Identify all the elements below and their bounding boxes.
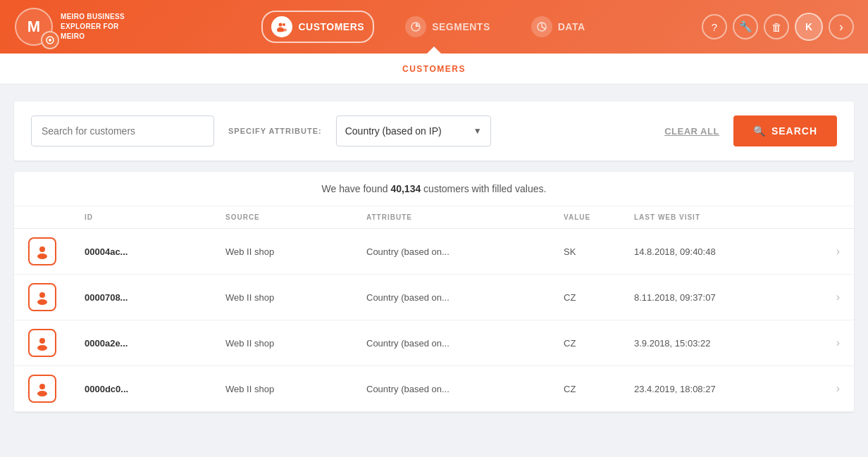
row-chevron-0[interactable]: › [812,245,840,258]
svg-point-5 [282,29,287,32]
nav-label-customers: CUSTOMERS [298,21,364,32]
customer-value-0: SK [564,246,634,257]
results-panel: We have found 40,134 customers with fill… [14,172,854,412]
customer-id-2: 0000a2e... [85,338,225,349]
customer-lastvisit-1: 8.11.2018, 09:37:07 [634,292,812,303]
customer-lastvisit-3: 23.4.2019, 18:08:27 [634,384,812,394]
svg-point-8 [39,246,45,252]
col-header-source: SOURCE [225,213,366,221]
svg-point-15 [37,391,47,396]
customer-id-0: 00004ac... [85,246,225,257]
customer-lastvisit-2: 3.9.2018, 15:03:22 [634,338,812,349]
customer-id-1: 0000708... [85,292,225,303]
svg-point-13 [37,345,47,351]
nav-label-segments: SEGMENTS [432,21,490,32]
customer-source-1: Web II shop [225,292,366,303]
customer-value-3: CZ [564,384,634,394]
breadcrumb: CUSTOMERS [402,64,466,74]
svg-point-12 [39,338,45,344]
customer-value-2: CZ [564,338,634,349]
main-nav: CUSTOMERS SEGMENTS DATA [155,11,702,43]
col-header-last-visit: LAST WEB VISIT [634,213,812,221]
row-chevron-1[interactable]: › [812,291,840,303]
col-header-attribute: ATTRIBUTE [366,213,564,221]
customer-avatar-2 [28,329,85,357]
nav-item-customers[interactable]: CUSTOMERS [261,11,374,43]
help-icon: ? [712,21,717,33]
svg-point-9 [37,253,47,259]
svg-point-14 [39,384,45,389]
breadcrumb-bar: CUSTOMERS [0,54,868,84]
trash-icon: 🗑 [771,21,782,33]
chevron-right-icon: › [839,20,843,35]
customer-source-3: Web II shop [225,384,366,394]
customers-icon [271,16,292,37]
customer-source-0: Web II shop [225,246,366,257]
svg-point-2 [279,23,283,27]
col-header-id: ID [85,213,225,221]
table-header: ID SOURCE ATTRIBUTE VALUE LAST WEB VISIT [14,206,854,229]
logo-area: M MEIRO BUSINESSEXPLORER FORMEIRO [14,7,155,46]
app-header: M MEIRO BUSINESSEXPLORER FORMEIRO [0,0,868,54]
search-button[interactable]: 🔍 SEARCH [733,115,837,146]
search-panel: SPECIFY ATTRIBUTE: Country (based on IP)… [14,101,854,161]
search-icon: 🔍 [753,125,766,137]
nav-triangle [427,46,441,54]
customer-avatar-1 [28,283,85,311]
search-input[interactable] [31,115,214,146]
clear-all-button[interactable]: CLEAR ALL [664,126,719,137]
customer-lastvisit-0: 14.8.2018, 09:40:48 [634,246,812,257]
customer-source-2: Web II shop [225,338,366,349]
main-content: SPECIFY ATTRIBUTE: Country (based on IP)… [0,84,868,429]
help-button[interactable]: ? [702,14,727,39]
wrench-icon: 🔧 [739,20,752,33]
results-summary: We have found 40,134 customers with fill… [14,172,854,206]
header-actions: ? 🔧 🗑 K › [702,13,854,41]
table-row[interactable]: 00004ac... Web II shop Country (based on… [14,229,854,275]
table-row[interactable]: 0000a2e... Web II shop Country (based on… [14,320,854,366]
customer-avatar-0 [28,237,85,265]
attribute-value: Country (based on IP) [345,125,466,137]
row-chevron-3[interactable]: › [812,382,840,395]
user-avatar[interactable]: K [795,13,823,41]
dropdown-arrow-icon: ▼ [473,126,482,136]
nav-item-segments[interactable]: SEGMENTS [395,11,500,43]
attribute-select[interactable]: Country (based on IP) ▼ [336,115,491,146]
nav-label-data: DATA [558,21,585,32]
customer-attribute-2: Country (based on... [366,338,564,349]
segments-icon [405,16,426,37]
data-icon [531,16,552,37]
svg-point-3 [283,23,285,26]
more-button[interactable]: › [829,14,854,39]
table-row[interactable]: 0000708... Web II shop Country (based on… [14,275,854,320]
svg-point-1 [49,39,51,42]
table-row[interactable]: 0000dc0... Web II shop Country (based on… [14,366,854,412]
customer-attribute-1: Country (based on... [366,292,564,303]
customer-attribute-0: Country (based on... [366,246,564,257]
specify-attribute-label: SPECIFY ATTRIBUTE: [228,127,322,135]
customer-avatar-3 [28,375,85,403]
customer-attribute-3: Country (based on... [366,384,564,394]
col-header-value: VALUE [564,213,634,221]
svg-point-10 [39,292,45,298]
delete-button[interactable]: 🗑 [764,14,789,39]
col-header-action [812,213,840,221]
svg-point-11 [37,299,47,305]
settings-button[interactable]: 🔧 [733,14,758,39]
customer-id-3: 0000dc0... [85,384,225,394]
nav-item-data[interactable]: DATA [521,11,595,43]
col-header-empty [28,213,85,221]
row-chevron-2[interactable]: › [812,337,840,349]
customer-value-1: CZ [564,292,634,303]
app-name: MEIRO BUSINESSEXPLORER FORMEIRO [61,12,125,42]
results-count: 40,134 [390,183,421,194]
